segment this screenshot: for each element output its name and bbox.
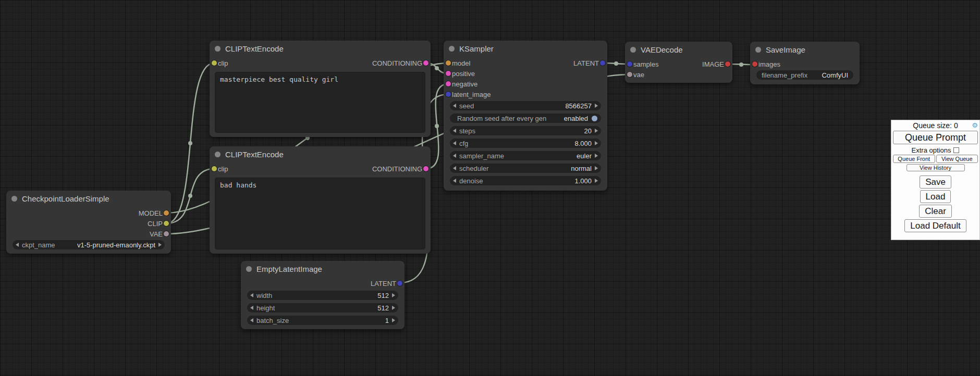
widget-name: batch_size [256,317,289,324]
save-button[interactable]: Save [920,176,951,189]
extra-options-checkbox[interactable] [953,147,959,153]
input-label-images: images [758,60,780,68]
queue-prompt-button[interactable]: Queue Prompt [893,131,978,144]
positive-input-port[interactable] [446,71,451,76]
node-title-bar[interactable]: SaveImage [750,42,860,57]
positive-prompt-textarea[interactable]: masterpiece best quality girl [215,72,425,133]
increment-arrow-icon[interactable] [392,318,395,322]
seed-widget[interactable]: seed 8566257 [450,101,601,110]
node-title: VAEDecode [641,45,683,54]
node-clip-text-encode-positive[interactable]: CLIPTextEncode clip CONDITIONING masterp… [210,41,431,137]
node-title-bar[interactable]: EmptyLatentImage [241,261,405,277]
menu-header[interactable]: Queue size: 0 ⚙ [891,120,979,131]
toggle-knob-icon[interactable] [592,116,597,121]
model-output-port[interactable] [164,210,169,216]
filename-prefix-widget[interactable]: filename_prefix ComfyUI [756,70,853,80]
denoise-widget[interactable]: denoise 1.000 [450,176,601,185]
slot-row: positive [444,68,607,79]
node-vae-decode[interactable]: VAEDecode samples IMAGE vae [625,42,732,83]
output-label-vae: VAE [150,230,163,238]
decrement-arrow-icon[interactable] [250,306,253,310]
height-widget[interactable]: height 512 [247,303,398,312]
decrement-arrow-icon[interactable] [453,154,456,158]
samples-input-port[interactable] [627,61,632,67]
view-queue-button[interactable]: View Queue [936,155,978,163]
node-title: CLIPTextEncode [225,150,284,159]
images-input-port[interactable] [752,61,757,67]
decrement-arrow-icon[interactable] [16,243,19,247]
node-title-bar[interactable]: KSampler [444,41,607,56]
negative-input-port[interactable] [446,81,451,86]
widget-value: normal [571,165,592,172]
conditioning-output-port[interactable] [423,166,428,171]
sampler-name-widget[interactable]: sampler_name euler [450,151,601,160]
output-label-latent: LATENT [371,280,396,287]
increment-arrow-icon[interactable] [595,166,598,170]
vae-output-port[interactable] [164,231,169,236]
image-output-port[interactable] [725,61,730,67]
queue-front-button[interactable]: Queue Front [893,155,935,163]
increment-arrow-icon[interactable] [595,179,598,183]
latent-output-port[interactable] [397,281,402,286]
node-title-bar[interactable]: CLIPTextEncode [210,146,431,162]
decrement-arrow-icon[interactable] [453,166,456,170]
load-default-button[interactable]: Load Default [904,219,966,232]
increment-arrow-icon[interactable] [158,243,162,247]
decrement-arrow-icon[interactable] [453,179,456,183]
decrement-arrow-icon[interactable] [250,293,253,297]
input-label-model: model [452,59,470,67]
scheduler-widget[interactable]: scheduler normal [450,164,601,173]
node-clip-text-encode-negative[interactable]: CLIPTextEncode clip CONDITIONING bad han… [210,146,431,254]
random-seed-toggle-widget[interactable]: Random seed after every gen enabled [450,114,601,123]
conditioning-output-port[interactable] [423,60,428,66]
widget-value: 1.000 [574,177,592,185]
clip-input-port[interactable] [212,60,217,66]
output-label-conditioning: CONDITIONING [372,165,422,173]
node-title: KSampler [459,44,494,53]
latent-image-input-port[interactable] [446,92,451,97]
slot-row: clip CONDITIONING [210,58,431,68]
node-graph-canvas[interactable]: CheckpointLoaderSimple MODEL CLIP VAE ck… [0,0,980,376]
model-input-port[interactable] [446,60,451,66]
node-save-image[interactable]: SaveImage images filename_prefix ComfyUI [750,42,860,84]
increment-arrow-icon[interactable] [595,104,598,108]
vae-input-port[interactable] [627,72,632,77]
link-midpoint-dot [614,61,618,66]
slot-row: images [750,59,860,69]
view-history-button[interactable]: View History [906,164,965,171]
ckpt-name-widget[interactable]: ckpt_name v1-5-pruned-emaonly.ckpt [13,240,165,249]
load-button[interactable]: Load [920,190,951,203]
clip-output-port[interactable] [164,221,169,226]
increment-arrow-icon[interactable] [595,154,598,158]
slot-row: clip CONDITIONING [210,164,431,174]
increment-arrow-icon[interactable] [595,129,598,133]
comfy-menu-panel: Queue size: 0 ⚙ Queue Prompt Extra optio… [891,120,980,240]
widget-name: ckpt_name [22,241,55,249]
node-status-dot-icon [11,196,17,202]
node-ksampler[interactable]: KSampler model LATENT positive negative … [444,41,607,191]
decrement-arrow-icon[interactable] [453,141,456,145]
node-checkpoint-loader[interactable]: CheckpointLoaderSimple MODEL CLIP VAE ck… [6,191,171,254]
decrement-arrow-icon[interactable] [250,318,253,322]
clip-input-port[interactable] [212,166,217,171]
node-title-bar[interactable]: CheckpointLoaderSimple [6,191,171,206]
steps-widget[interactable]: steps 20 [450,126,601,135]
width-widget[interactable]: width 512 [247,291,398,300]
extra-options-row: Extra options [891,145,979,155]
negative-prompt-textarea[interactable]: bad hands [215,178,425,249]
latent-output-port[interactable] [600,60,605,66]
cfg-widget[interactable]: cfg 8.000 [450,139,601,148]
node-title-bar[interactable]: VAEDecode [625,42,732,57]
increment-arrow-icon[interactable] [595,141,598,145]
node-empty-latent-image[interactable]: EmptyLatentImage LATENT width 512 height… [241,261,405,329]
node-title-bar[interactable]: CLIPTextEncode [210,41,431,56]
decrement-arrow-icon[interactable] [453,129,456,133]
batch-size-widget[interactable]: batch_size 1 [247,316,398,325]
slot-row: CLIP [6,218,171,229]
clear-button[interactable]: Clear [919,205,952,218]
decrement-arrow-icon[interactable] [453,104,456,108]
increment-arrow-icon[interactable] [392,306,395,310]
increment-arrow-icon[interactable] [392,293,395,297]
settings-gear-icon[interactable]: ⚙ [972,120,978,131]
output-label-image: IMAGE [702,60,724,68]
